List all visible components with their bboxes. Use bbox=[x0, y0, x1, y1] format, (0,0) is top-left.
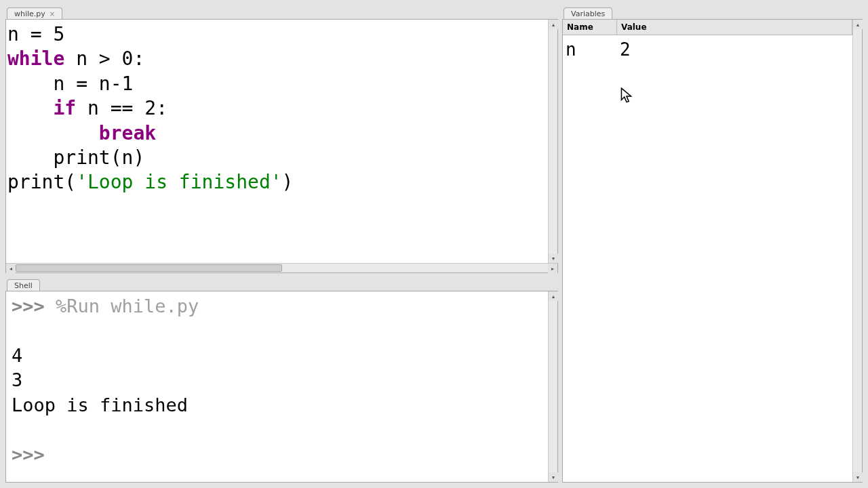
column-value-header[interactable]: Value bbox=[617, 20, 852, 35]
code-editor[interactable]: n = 5 while n > 0: n = n-1 if n == 2: br… bbox=[6, 20, 548, 263]
variables-tab[interactable]: Variables bbox=[564, 7, 612, 20]
variables-panel: Variables Name Value n 2 bbox=[562, 5, 863, 483]
variable-value: 2 bbox=[617, 39, 852, 60]
editor-panel: while.py × n = 5 while n > 0: n = n-1 if… bbox=[5, 5, 558, 273]
cursor-icon bbox=[620, 87, 633, 105]
editor-tab-strip: while.py × bbox=[5, 5, 558, 19]
variables-vertical-scrollbar[interactable]: ▴ ▾ bbox=[852, 20, 862, 482]
scroll-up-icon[interactable]: ▴ bbox=[549, 291, 558, 301]
editor-content: n = 5 while n > 0: n = n-1 if n == 2: br… bbox=[5, 19, 558, 273]
scroll-down-icon[interactable]: ▾ bbox=[853, 472, 863, 482]
editor-tab[interactable]: while.py × bbox=[7, 7, 62, 20]
editor-horizontal-scrollbar[interactable]: ◂ ▸ bbox=[6, 263, 557, 272]
scroll-track[interactable] bbox=[16, 264, 548, 272]
ide-app: while.py × n = 5 while n > 0: n = n-1 if… bbox=[0, 0, 868, 488]
shell-vertical-scrollbar[interactable]: ▴ ▾ bbox=[548, 291, 557, 482]
variable-name: n bbox=[563, 39, 617, 60]
scroll-right-icon[interactable]: ▸ bbox=[548, 264, 557, 273]
editor-vertical-scrollbar[interactable]: ▴ ▾ bbox=[548, 20, 557, 263]
variables-tab-strip: Variables bbox=[562, 5, 863, 19]
shell-content: >>> %Run while.py 4 3 Loop is finished >… bbox=[5, 291, 558, 483]
variables-content: Name Value n 2 bbox=[562, 19, 863, 483]
column-name-header[interactable]: Name bbox=[563, 20, 617, 35]
shell-tab-strip: Shell bbox=[5, 277, 558, 291]
shell-tab[interactable]: Shell bbox=[7, 279, 40, 291]
editor-tab-label: while.py bbox=[14, 9, 45, 18]
scroll-down-icon[interactable]: ▾ bbox=[549, 472, 558, 482]
variables-table[interactable]: Name Value n 2 bbox=[563, 20, 852, 482]
scroll-up-icon[interactable]: ▴ bbox=[853, 20, 863, 29]
variables-rows: n 2 bbox=[563, 35, 852, 64]
scroll-left-icon[interactable]: ◂ bbox=[6, 264, 16, 273]
shell-tab-label: Shell bbox=[14, 281, 33, 290]
shell-panel: Shell >>> %Run while.py 4 3 Loop is fini… bbox=[5, 277, 558, 483]
shell-terminal[interactable]: >>> %Run while.py 4 3 Loop is finished >… bbox=[6, 291, 548, 482]
variables-header: Name Value bbox=[563, 20, 852, 35]
shell-text: >>> %Run while.py 4 3 Loop is finished >… bbox=[7, 294, 547, 467]
close-icon[interactable]: × bbox=[50, 10, 55, 18]
scroll-thumb[interactable] bbox=[16, 264, 282, 272]
scroll-up-icon[interactable]: ▴ bbox=[549, 20, 558, 29]
variables-tab-label: Variables bbox=[571, 9, 605, 18]
code-text: n = 5 while n > 0: n = n-1 if n == 2: br… bbox=[7, 22, 547, 195]
scroll-down-icon[interactable]: ▾ bbox=[549, 253, 558, 263]
table-row[interactable]: n 2 bbox=[563, 39, 852, 60]
